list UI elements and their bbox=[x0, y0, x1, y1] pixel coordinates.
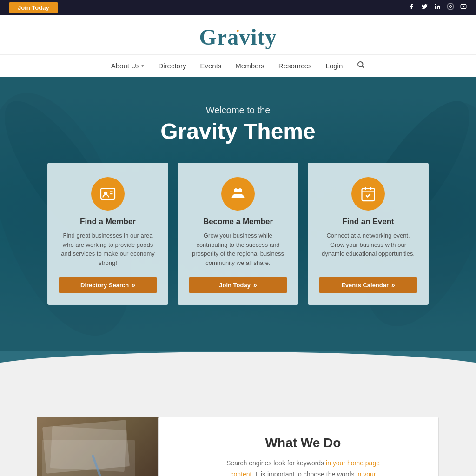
nav-item-login[interactable]: Login bbox=[326, 62, 343, 70]
site-logo[interactable]: Gravity ● bbox=[199, 24, 277, 50]
what-we-do-box: What We Do Search engines look for keywo… bbox=[158, 416, 439, 476]
svg-point-16 bbox=[234, 188, 238, 192]
linkedin-icon[interactable] bbox=[434, 3, 441, 12]
card-title-3: Find an Event bbox=[342, 217, 394, 226]
content-section: BUS What We Do Search engines look for k… bbox=[0, 389, 476, 476]
social-icons-group bbox=[408, 3, 467, 12]
join-today-button[interactable]: Join Today bbox=[9, 2, 58, 13]
youtube-icon[interactable] bbox=[460, 3, 467, 12]
svg-point-6 bbox=[358, 62, 363, 67]
card-desc-2: Grow your business while contributing to… bbox=[189, 231, 287, 267]
highlight-2: in your home page content bbox=[231, 470, 376, 476]
card-desc-3: Connect at a networking event. Grow your… bbox=[319, 231, 417, 267]
search-icon[interactable] bbox=[357, 60, 365, 71]
directory-search-button[interactable]: Directory Search » bbox=[59, 277, 157, 293]
events-calendar-button[interactable]: Events Calendar » bbox=[319, 277, 417, 293]
what-we-do-body: Search engines look for keywords in your… bbox=[224, 458, 382, 476]
top-bar: Join Today bbox=[0, 0, 476, 15]
svg-line-7 bbox=[363, 66, 364, 67]
chevron-down-icon: ▾ bbox=[141, 63, 144, 69]
nav-item-members[interactable]: Members bbox=[235, 62, 264, 70]
button-arrows-icon: » bbox=[253, 281, 257, 289]
nav-item-events[interactable]: Events bbox=[200, 62, 221, 70]
card-find-event: Find an Event Connect at a networking ev… bbox=[308, 163, 429, 305]
card-desc-1: Find great businesses in our area who ar… bbox=[59, 231, 157, 267]
calendar-check-icon bbox=[360, 185, 377, 202]
svg-point-17 bbox=[238, 188, 242, 192]
card-find-member: Find a Member Find great businesses in o… bbox=[47, 163, 168, 305]
svg-point-3 bbox=[452, 5, 452, 5]
twitter-icon[interactable] bbox=[421, 3, 428, 12]
card-icon-circle-3 bbox=[351, 177, 385, 211]
facebook-icon[interactable] bbox=[408, 3, 415, 12]
card-icon-circle-1 bbox=[91, 177, 125, 211]
nav-item-resources[interactable]: Resources bbox=[278, 62, 312, 70]
svg-rect-18 bbox=[362, 188, 375, 201]
card-become-member: Become a Member Grow your business while… bbox=[178, 163, 298, 305]
card-icon-circle-2 bbox=[221, 177, 255, 211]
hero-section: Welcome to the Gravity Theme Find a Memb… bbox=[0, 77, 476, 351]
group-icon bbox=[230, 185, 246, 202]
nav-item-directory[interactable]: Directory bbox=[158, 62, 186, 70]
id-card-icon bbox=[99, 185, 116, 202]
hero-subtitle: Welcome to the bbox=[0, 105, 476, 116]
svg-rect-1 bbox=[448, 4, 453, 9]
content-inner: BUS What We Do Search engines look for k… bbox=[37, 416, 439, 476]
instagram-icon[interactable] bbox=[447, 3, 454, 12]
button-arrows-icon: » bbox=[132, 281, 135, 289]
what-we-do-title: What We Do bbox=[265, 436, 341, 450]
svg-marker-5 bbox=[463, 6, 465, 8]
site-header: Gravity ● About Us ▾ Directory Events Me… bbox=[0, 15, 476, 77]
svg-point-0 bbox=[435, 4, 436, 5]
hero-title: Gravity Theme bbox=[0, 119, 476, 144]
hero-cards-row: Find a Member Find great businesses in o… bbox=[0, 163, 476, 305]
svg-point-2 bbox=[450, 6, 452, 8]
card-title-2: Become a Member bbox=[203, 217, 273, 226]
join-today-card-button[interactable]: Join Today » bbox=[189, 277, 287, 293]
hero-content: Welcome to the Gravity Theme Find a Memb… bbox=[0, 105, 476, 305]
main-nav: About Us ▾ Directory Events Members Reso… bbox=[0, 54, 476, 77]
logo-dot-accent: ● bbox=[236, 28, 239, 33]
card-title-1: Find a Member bbox=[80, 217, 136, 226]
nav-item-about-us[interactable]: About Us ▾ bbox=[111, 62, 145, 70]
button-arrows-icon: » bbox=[391, 281, 395, 289]
content-image: BUS bbox=[37, 416, 177, 476]
